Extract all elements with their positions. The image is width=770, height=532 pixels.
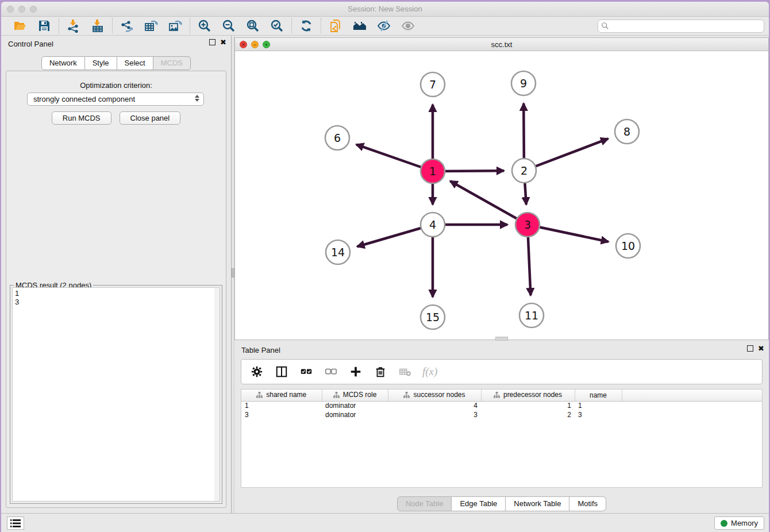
criterion-select[interactable]: strongly connected component xyxy=(27,92,204,106)
run-mcds-button[interactable]: Run MCDS xyxy=(52,111,111,125)
add-column-icon[interactable] xyxy=(348,364,363,379)
table-row[interactable]: 3 dominator 3 2 3 xyxy=(241,410,762,419)
refresh-view-icon[interactable] xyxy=(299,18,314,33)
graph-node-label-14: 14 xyxy=(331,246,345,259)
node-table: shared name MCDS role successor nodes pr… xyxy=(241,389,763,488)
graph-node-label-6: 6 xyxy=(334,132,341,144)
tab-style[interactable]: Style xyxy=(85,56,117,70)
result-scrollbar[interactable] xyxy=(214,288,220,501)
status-bar: Memory xyxy=(1,513,769,532)
close-panel-button[interactable]: Close panel xyxy=(120,111,181,125)
network-graph[interactable]: 7968124314101511 xyxy=(235,51,769,340)
col-mcds-role[interactable]: MCDS role xyxy=(322,390,388,401)
memory-label: Memory xyxy=(731,519,758,527)
tab-motifs[interactable]: Motifs xyxy=(569,496,606,511)
show-visibility-icon xyxy=(401,18,415,33)
delete-column-icon[interactable] xyxy=(373,364,388,379)
table-panel-title: Table Panel xyxy=(241,346,280,354)
mcds-result-group: MCDS result (2 nodes) 1 3 xyxy=(10,285,222,504)
col-shared-name[interactable]: shared name xyxy=(241,390,322,401)
criterion-selected-value: strongly connected component xyxy=(33,95,135,103)
close-table-panel-icon[interactable]: ✖ xyxy=(758,345,764,352)
col-filler xyxy=(622,390,762,401)
table-panel: Table Panel ✖ xyxy=(234,342,769,513)
col-predecessor-nodes[interactable]: predecessor nodes xyxy=(481,390,575,401)
horizontal-splitter-grip[interactable] xyxy=(495,337,508,341)
deselect-all-checkboxes-icon[interactable] xyxy=(324,364,338,379)
table-options-gear-icon[interactable] xyxy=(249,364,264,379)
import-network-icon[interactable] xyxy=(66,18,81,33)
col-successor-nodes[interactable]: successor nodes xyxy=(388,390,481,401)
save-session-icon[interactable] xyxy=(37,18,52,33)
control-panel-tabs: Network Style Select MCDS xyxy=(1,56,231,70)
graph-node-label-3: 3 xyxy=(524,218,531,231)
function-builder-icon: f(x) xyxy=(422,365,437,378)
search-input[interactable] xyxy=(598,20,764,33)
close-panel-icon[interactable]: ✖ xyxy=(220,39,226,45)
control-panel-title: Control Panel xyxy=(8,40,53,48)
export-table-icon[interactable] xyxy=(144,18,159,33)
window-title: Session: New Session xyxy=(1,5,769,13)
zoom-in-icon[interactable] xyxy=(197,18,212,33)
import-table-icon[interactable] xyxy=(90,18,105,33)
graph-node-label-7: 7 xyxy=(429,78,436,91)
network-canvas[interactable]: 7968124314101511 xyxy=(235,51,768,340)
graph-node-label-1: 1 xyxy=(429,165,436,178)
mcds-panel-content: Optimization criterion: strongly connect… xyxy=(6,71,226,508)
list-icon xyxy=(10,519,21,528)
select-all-checkboxes-icon[interactable] xyxy=(299,364,314,379)
network-frame-title: scc.txt xyxy=(235,40,768,49)
export-network-icon[interactable] xyxy=(120,18,134,33)
tab-mcds[interactable]: MCDS xyxy=(153,56,191,70)
tab-node-table[interactable]: Node Table xyxy=(397,496,452,511)
zoom-selected-icon[interactable] xyxy=(270,18,284,33)
application-window: Session: New Session xyxy=(1,2,769,532)
graph-node-label-8: 8 xyxy=(623,125,630,138)
delete-table-disabled-icon xyxy=(398,364,413,379)
network-frame-titlebar[interactable]: ✕ − + scc.txt xyxy=(235,38,768,51)
graph-node-label-9: 9 xyxy=(520,77,527,90)
graph-node-label-11: 11 xyxy=(525,309,538,322)
main-toolbar xyxy=(1,17,769,36)
memory-status-icon xyxy=(721,520,727,527)
column-layout-icon[interactable] xyxy=(274,364,289,379)
export-image-icon[interactable] xyxy=(168,18,183,33)
open-session-icon[interactable] xyxy=(13,18,28,33)
tab-network[interactable]: Network xyxy=(41,56,85,70)
hide-visibility-icon[interactable] xyxy=(376,18,391,33)
graph-node-label-4: 4 xyxy=(429,218,436,231)
memory-button[interactable]: Memory xyxy=(714,516,764,530)
graph-edge-2-8[interactable] xyxy=(524,138,608,171)
optimization-criterion-label: Optimization criterion: xyxy=(6,81,226,90)
col-name[interactable]: name xyxy=(575,390,622,401)
hierarchy-icon xyxy=(333,392,340,400)
zoom-fit-icon[interactable] xyxy=(245,18,260,33)
graph-edge-3-1[interactable] xyxy=(450,181,528,225)
chevron-up-down-icon xyxy=(195,95,199,102)
hierarchy-icon xyxy=(256,392,263,400)
control-panel: Control Panel ✖ Network Style Select MCD… xyxy=(1,36,231,513)
home-icon[interactable] xyxy=(352,18,367,33)
float-panel-icon[interactable] xyxy=(209,39,215,45)
window-titlebar: Session: New Session xyxy=(1,2,769,17)
table-header-row: shared name MCDS role successor nodes pr… xyxy=(241,390,762,401)
search-icon xyxy=(601,22,609,30)
zoom-out-icon[interactable] xyxy=(221,18,236,33)
graph-node-label-15: 15 xyxy=(426,311,440,323)
graph-node-label-10: 10 xyxy=(621,240,635,252)
tab-edge-table[interactable]: Edge Table xyxy=(452,496,506,511)
table-row[interactable]: 1 dominator 4 1 1 xyxy=(241,401,762,410)
copy-network-icon[interactable] xyxy=(328,18,343,33)
table-panel-tabs: Node Table Edge Table Network Table Moti… xyxy=(234,496,769,511)
float-table-panel-icon[interactable] xyxy=(747,345,753,352)
mcds-result-text[interactable]: 1 3 xyxy=(12,287,220,502)
network-view-frame: ✕ − + scc.txt 7968124314101511 xyxy=(234,37,769,340)
tab-network-table[interactable]: Network Table xyxy=(506,496,569,511)
graph-node-label-2: 2 xyxy=(521,164,528,177)
search-field-wrap xyxy=(598,20,764,33)
table-toolbar: f(x) xyxy=(241,359,763,384)
hierarchy-icon xyxy=(403,392,410,400)
task-history-button[interactable] xyxy=(7,516,24,530)
hierarchy-icon xyxy=(494,392,500,400)
tab-select[interactable]: Select xyxy=(117,56,153,70)
